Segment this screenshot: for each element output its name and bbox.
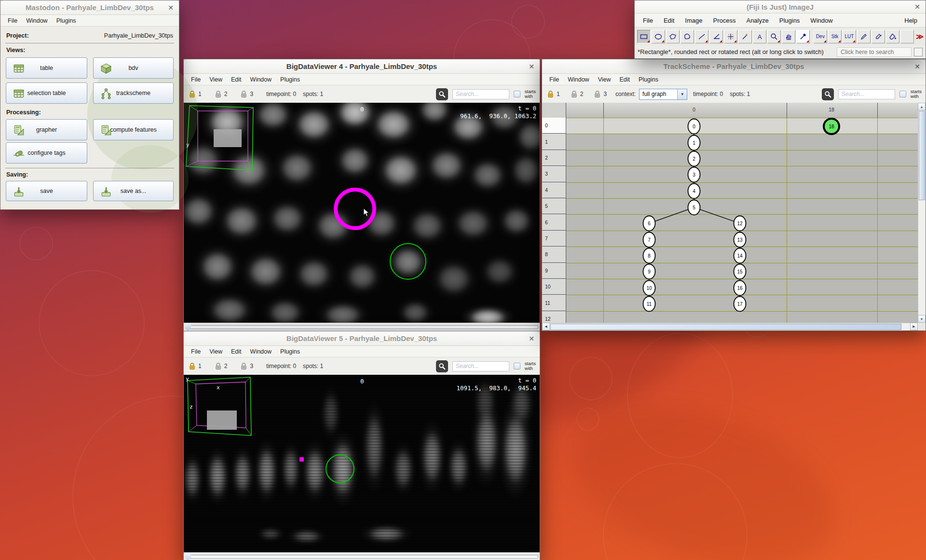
context-dropdown[interactable]: full graph ▼ bbox=[639, 89, 687, 100]
spot-node[interactable] bbox=[688, 167, 700, 182]
bdv5-lock-3[interactable]: 3 bbox=[240, 362, 253, 370]
mastodon-titlebar[interactable]: Mastodon - Parhyale_LimbDev_30tps ✕ bbox=[0, 0, 179, 15]
stk-tool-button[interactable]: Stk bbox=[828, 30, 842, 43]
ts-starts-with-checkbox[interactable] bbox=[899, 91, 906, 97]
chevron-down-icon[interactable]: ▼ bbox=[677, 89, 687, 99]
bdv4-menu-window[interactable]: Window bbox=[246, 76, 276, 83]
scroll-down-button[interactable]: ▼ bbox=[918, 315, 926, 323]
spot-node[interactable] bbox=[643, 232, 655, 247]
horizontal-scrollbar-thumb[interactable] bbox=[550, 324, 901, 330]
spot-node[interactable] bbox=[688, 151, 700, 166]
bdv4-titlebar[interactable]: BigDataViewer 4 - Parhyale_LimbDev_30tps… bbox=[184, 59, 540, 74]
grapher-button[interactable]: grapher bbox=[6, 119, 87, 140]
paintbrush-tool-button[interactable] bbox=[872, 30, 885, 43]
bdv5-menu-view[interactable]: View bbox=[205, 348, 227, 355]
hand-tool-button[interactable] bbox=[782, 30, 795, 43]
spot-node[interactable] bbox=[734, 297, 746, 312]
scroll-right-button[interactable]: ▶ bbox=[910, 323, 918, 330]
ts-menu-file[interactable]: File bbox=[545, 76, 563, 83]
imagej-titlebar[interactable]: (Fiji Is Just) ImageJ ✕ bbox=[635, 0, 926, 14]
bdv4-lock-3[interactable]: 3 bbox=[240, 90, 253, 98]
spot-node[interactable] bbox=[643, 248, 655, 263]
bdv4-time-slider-thumb[interactable] bbox=[185, 324, 191, 331]
ts-menu-plugins[interactable]: Plugins bbox=[634, 76, 663, 83]
bdv5-time-slider[interactable] bbox=[184, 552, 540, 560]
bdv5-image-canvas[interactable]: y x z 0 t = 0 1091.5, 983.0, 945.4 bbox=[184, 375, 540, 552]
point-tool-button[interactable] bbox=[724, 30, 737, 43]
bdv5-lock-2[interactable]: 2 bbox=[215, 362, 228, 370]
imagej-search-input[interactable] bbox=[837, 47, 912, 57]
configure-tags-button[interactable]: configure tags bbox=[6, 142, 87, 164]
bdv4-search-input[interactable] bbox=[452, 89, 509, 99]
search-button[interactable] bbox=[436, 88, 448, 100]
flood-fill-tool-button[interactable] bbox=[886, 30, 899, 43]
scroll-left-button[interactable]: ◀ bbox=[542, 323, 550, 330]
ts-menu-window[interactable]: Window bbox=[563, 76, 593, 83]
bdv5-titlebar[interactable]: BigDataViewer 5 - Parhyale_LimbDev_30tps… bbox=[184, 331, 540, 346]
freehand-tool-button[interactable] bbox=[681, 30, 694, 43]
bdv5-menu-edit[interactable]: Edit bbox=[227, 348, 246, 355]
bdv5-menu-window[interactable]: Window bbox=[246, 348, 276, 355]
close-icon[interactable]: ✕ bbox=[529, 63, 534, 70]
ij-menu-window[interactable]: Window bbox=[805, 17, 838, 24]
ij-menu-file[interactable]: File bbox=[638, 17, 658, 24]
compute-features-button[interactable]: compute features bbox=[93, 119, 174, 140]
search-button[interactable] bbox=[822, 88, 834, 100]
save-button[interactable]: save bbox=[6, 181, 87, 201]
bdv4-menu-plugins[interactable]: Plugins bbox=[276, 76, 304, 83]
ij-menu-process[interactable]: Process bbox=[708, 17, 741, 24]
vertical-scrollbar[interactable]: ▲ ▼ bbox=[918, 103, 926, 323]
trackscheme-button[interactable]: trackscheme bbox=[93, 82, 174, 104]
zoom-tool-button[interactable] bbox=[767, 30, 781, 43]
bdv4-lock-2[interactable]: 2 bbox=[215, 90, 228, 98]
bdv5-time-slider-track[interactable] bbox=[185, 555, 538, 559]
ts-menu-view[interactable]: View bbox=[594, 76, 615, 83]
dev-tool-button[interactable]: Dev bbox=[814, 30, 827, 43]
bdv-button[interactable]: bdv bbox=[93, 57, 174, 79]
bdv4-image-canvas[interactable]: y 0 t = 0 961.6, 936.0, 1063.2 bbox=[184, 103, 540, 323]
pencil-tool-button[interactable] bbox=[857, 30, 871, 43]
trackscheme-titlebar[interactable]: TrackScheme - Parhyale_LimbDev_30tps ✕ bbox=[542, 59, 926, 74]
close-icon[interactable]: ✕ bbox=[914, 63, 920, 70]
ts-lock-1[interactable]: 1 bbox=[547, 90, 560, 98]
mastodon-menu-plugins[interactable]: Plugins bbox=[52, 17, 81, 24]
spot-node[interactable] bbox=[688, 136, 700, 150]
empty-tool-slot[interactable] bbox=[900, 30, 914, 43]
ij-menu-edit[interactable]: Edit bbox=[658, 17, 680, 24]
bdv5-search-input[interactable] bbox=[452, 361, 509, 371]
bdv4-menu-view[interactable]: View bbox=[205, 76, 227, 83]
close-icon[interactable]: ✕ bbox=[168, 4, 174, 12]
spot-node[interactable] bbox=[734, 248, 746, 263]
spot-node[interactable] bbox=[734, 281, 746, 296]
scroll-up-button[interactable]: ▲ bbox=[918, 103, 926, 110]
selected-spot-circle[interactable] bbox=[390, 243, 426, 280]
bdv4-menu-file[interactable]: File bbox=[187, 76, 205, 83]
ts-search-input[interactable] bbox=[838, 89, 895, 99]
table-button[interactable]: table bbox=[6, 57, 87, 79]
spot-node[interactable] bbox=[734, 216, 746, 231]
line-tool-button[interactable] bbox=[695, 30, 708, 43]
bdv5-lock-1[interactable]: 1 bbox=[189, 362, 202, 370]
bdv5-time-slider-thumb[interactable] bbox=[185, 553, 191, 560]
close-icon[interactable]: ✕ bbox=[914, 3, 920, 11]
selection-table-button[interactable]: selection table bbox=[6, 82, 87, 104]
ts-lock-3[interactable]: 3 bbox=[594, 90, 607, 98]
spot-node[interactable] bbox=[734, 232, 746, 247]
spot-node[interactable] bbox=[643, 297, 655, 312]
bdv4-starts-with-checkbox[interactable] bbox=[514, 91, 520, 97]
text-tool-button[interactable]: A bbox=[753, 30, 766, 43]
bdv5-starts-with-checkbox[interactable] bbox=[514, 363, 520, 369]
ij-menu-help[interactable]: Help bbox=[899, 17, 923, 24]
ij-menu-plugins[interactable]: Plugins bbox=[774, 17, 805, 24]
oval-tool-button[interactable] bbox=[652, 30, 665, 43]
close-icon[interactable]: ✕ bbox=[529, 335, 534, 342]
color-picker-tool-button[interactable] bbox=[796, 30, 810, 43]
spot-node[interactable] bbox=[643, 264, 655, 279]
spot-node[interactable] bbox=[643, 216, 655, 231]
selected-spot-circle[interactable] bbox=[326, 454, 354, 483]
ij-menu-image[interactable]: Image bbox=[680, 17, 708, 24]
horizontal-scrollbar[interactable]: ◀ ▶ bbox=[542, 323, 918, 330]
bdv4-time-slider-track[interactable] bbox=[185, 325, 538, 329]
ij-menu-analyze[interactable]: Analyze bbox=[741, 17, 774, 24]
angle-tool-button[interactable] bbox=[709, 30, 723, 43]
